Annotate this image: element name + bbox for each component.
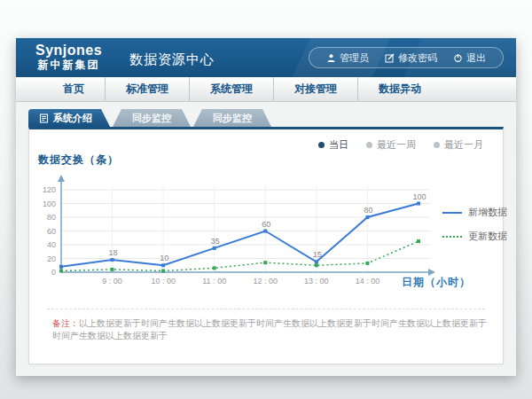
power-icon (453, 53, 463, 63)
legend-item-1[interactable]: 新增数据 (442, 206, 507, 219)
tab-bar: 系统介绍同步监控同步监控 (28, 109, 271, 127)
range-option-2[interactable]: 最近一周 (366, 138, 416, 152)
svg-text:80: 80 (47, 213, 56, 222)
radio-dot-icon (366, 142, 372, 148)
nav-item-3[interactable]: 系统管理 (189, 77, 273, 101)
svg-text:35: 35 (211, 237, 220, 246)
svg-text:60: 60 (47, 227, 56, 236)
x-axis-title: 日期（小时） (402, 275, 471, 290)
user-actions-bar: 管理员修改密码退出 (309, 47, 504, 68)
edit-icon (385, 53, 395, 63)
tab-label: 同步监控 (213, 109, 252, 127)
range-option-1[interactable]: 当日 (318, 138, 348, 152)
svg-text:18: 18 (109, 248, 118, 257)
note-divider (47, 309, 485, 309)
tab-3[interactable]: 同步监控 (193, 109, 271, 127)
radio-dot-icon (318, 142, 325, 148)
svg-text:80: 80 (364, 206, 372, 215)
note-text: 以上数据更新于时间产生数据以上数据更新于时间产生数据以上数据更新于时间产生数据以… (52, 318, 487, 340)
y-axis-title: 数据交换（条） (38, 153, 119, 168)
user-action-user[interactable]: 管理员 (318, 51, 377, 65)
app-header: Synjones 新中新集团 数据资源中心 管理员修改密码退出 (16, 38, 516, 77)
brand-name: Synjones (35, 43, 102, 59)
app-window: Synjones 新中新集团 数据资源中心 管理员修改密码退出 首页标准管理系统… (16, 38, 516, 376)
range-option-3[interactable]: 最近一月 (434, 138, 483, 152)
user-action-label: 管理员 (340, 51, 369, 65)
svg-text:15: 15 (313, 250, 322, 259)
svg-text:40: 40 (47, 240, 56, 249)
user-action-edit[interactable]: 修改密码 (377, 51, 445, 65)
range-option-label: 最近一周 (377, 138, 416, 152)
legend-item-label: 新增数据 (468, 206, 507, 219)
range-selector: 当日最近一周最近一月 (318, 138, 483, 152)
legend-line-swatch (442, 236, 462, 238)
radio-dot-icon (434, 142, 440, 148)
range-option-label: 最近一月 (444, 138, 483, 152)
svg-text:20: 20 (47, 254, 56, 263)
tab-label: 系统介绍 (53, 109, 92, 127)
footer-note: 备注：以上数据更新于时间产生数据以上数据更新于时间产生数据以上数据更新于时间产生… (52, 317, 489, 342)
svg-text:9 : 00: 9 : 00 (102, 277, 122, 286)
line-chart: 0204060801001209 : 0010 : 0011 : 0012 : … (35, 170, 460, 291)
nav-item-4[interactable]: 对接管理 (273, 77, 357, 101)
brand-logo: Synjones 新中新集团 (35, 43, 102, 71)
tab-2[interactable]: 同步监控 (113, 109, 191, 127)
svg-text:10 : 00: 10 : 00 (151, 277, 176, 286)
document-icon (39, 113, 49, 123)
tab-1-active[interactable]: 系统介绍 (28, 109, 110, 127)
legend-line-swatch (442, 212, 462, 214)
svg-text:10: 10 (160, 254, 168, 262)
user-action-power[interactable]: 退出 (445, 51, 494, 65)
nav-item-5[interactable]: 数据异动 (357, 77, 442, 101)
note-label: 备注： (52, 318, 79, 328)
svg-text:120: 120 (43, 185, 56, 194)
page-title: 数据资源中心 (129, 51, 215, 68)
svg-text:13 : 00: 13 : 00 (304, 277, 329, 286)
main-nav: 首页标准管理系统管理对接管理数据异动 (16, 77, 516, 102)
series-legend: 新增数据更新数据 (442, 206, 507, 243)
svg-text:11 : 00: 11 : 00 (202, 277, 226, 286)
svg-text:60: 60 (262, 220, 270, 229)
content-area: 系统介绍同步监控同步监控 当日最近一周最近一月 数据交换（条） 02040608… (16, 102, 516, 376)
chart-panel: 当日最近一周最近一月 数据交换（条） 0204060801001209 : 00… (28, 127, 504, 364)
svg-text:100: 100 (412, 192, 426, 201)
nav-item-2[interactable]: 标准管理 (105, 77, 189, 101)
brand-name-cn: 新中新集团 (35, 59, 102, 71)
tab-label: 同步监控 (132, 109, 171, 127)
user-action-label: 修改密码 (398, 51, 437, 65)
legend-item-label: 更新数据 (468, 230, 507, 243)
svg-text:14 : 00: 14 : 00 (356, 277, 380, 286)
svg-text:100: 100 (43, 200, 56, 208)
svg-text:12 : 00: 12 : 00 (254, 277, 278, 286)
range-option-label: 当日 (329, 138, 348, 152)
svg-text:0: 0 (51, 268, 56, 277)
legend-item-2[interactable]: 更新数据 (442, 230, 507, 243)
nav-item-1[interactable]: 首页 (43, 77, 105, 101)
user-action-label: 退出 (466, 51, 486, 65)
user-icon (326, 53, 336, 63)
